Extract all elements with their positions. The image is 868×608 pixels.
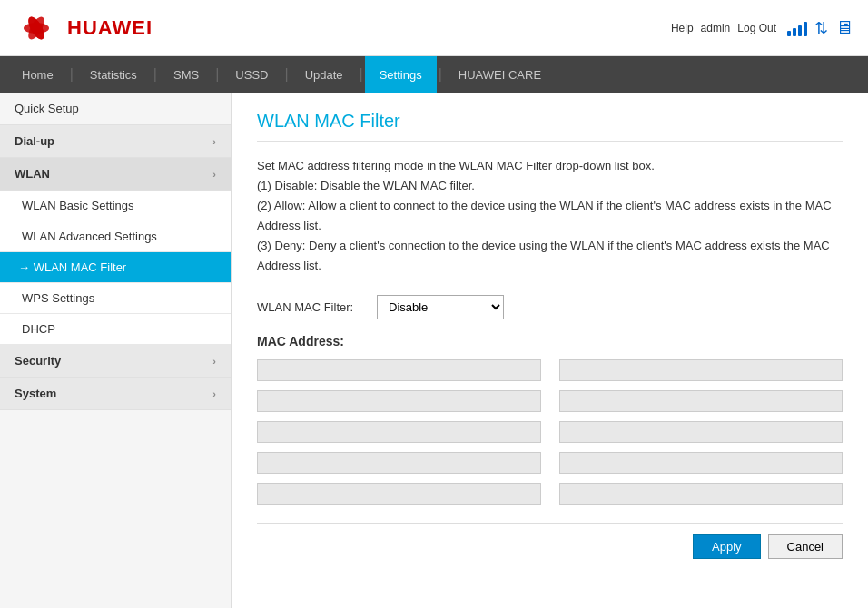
chevron-right-icon: › [212, 136, 216, 147]
sidebar-item-dialup[interactable]: Dial-up › [0, 125, 231, 158]
sidebar-item-wlan-mac[interactable]: WLAN MAC Filter [0, 252, 231, 283]
sidebar-item-security[interactable]: Security › [0, 345, 231, 378]
nav-home[interactable]: Home [7, 56, 68, 93]
desc-line-3: (2) Allow: Allow a client to connect to … [257, 196, 843, 236]
filter-row: WLAN MAC Filter: Disable Allow Deny [257, 295, 843, 319]
admin-label: admin [701, 22, 731, 34]
mac-input-2[interactable] [559, 359, 843, 381]
mac-inputs-grid [257, 359, 843, 505]
nav-huawei-care[interactable]: HUAWEI CARE [444, 56, 556, 93]
sidebar-label-wps: WPS Settings [22, 291, 94, 305]
top-links: Help admin Log Out [671, 22, 776, 34]
sidebar-item-quick-setup[interactable]: Quick Setup [0, 93, 231, 125]
sidebar-item-system[interactable]: System › [0, 378, 231, 410]
logo-area: HUAWEI [15, 12, 153, 44]
chevron-down-icon: › [212, 169, 216, 180]
nav-statistics[interactable]: Statistics [75, 56, 152, 93]
top-right-area: Help admin Log Out ⇅ 🖥 [671, 17, 853, 38]
sidebar-label-dhcp: DHCP [22, 322, 55, 336]
page-title: WLAN MAC Filter [257, 111, 843, 142]
sidebar-label-quick-setup: Quick Setup [15, 102, 79, 115]
transfer-icon: ⇅ [814, 18, 828, 38]
logo-text: HUAWEI [67, 16, 153, 40]
sidebar-item-dhcp[interactable]: DHCP [0, 314, 231, 345]
nav-sms[interactable]: SMS [159, 56, 213, 93]
mac-input-3[interactable] [257, 390, 541, 412]
content-area: Quick Setup Dial-up › WLAN › WLAN Basic … [0, 93, 868, 608]
main-panel: WLAN MAC Filter Set MAC address filterin… [232, 93, 868, 608]
sidebar-item-wlan-basic[interactable]: WLAN Basic Settings [0, 191, 231, 221]
mac-input-1[interactable] [257, 359, 541, 381]
sidebar-label-dialup: Dial-up [15, 134, 54, 148]
apply-button[interactable]: Apply [693, 534, 761, 559]
status-icons: ⇅ 🖥 [787, 17, 853, 38]
chevron-right-security-icon: › [212, 356, 216, 367]
sidebar-label-system: System [15, 387, 56, 400]
logout-link[interactable]: Log Out [737, 22, 776, 34]
signal-bar-2 [793, 28, 796, 36]
wlan-mac-filter-select[interactable]: Disable Allow Deny [377, 295, 504, 319]
nav-update[interactable]: Update [291, 56, 358, 93]
sidebar-label-wlan-basic: WLAN Basic Settings [22, 199, 134, 212]
screen-icon: 🖥 [835, 17, 853, 38]
desc-line-4: (3) Deny: Deny a client's connection to … [257, 236, 843, 276]
sidebar-item-wlan[interactable]: WLAN › [0, 158, 231, 191]
mac-input-8[interactable] [559, 452, 843, 474]
huawei-logo [15, 12, 58, 44]
help-link[interactable]: Help [671, 22, 694, 34]
mac-input-6[interactable] [559, 421, 843, 443]
sidebar-item-wps[interactable]: WPS Settings [0, 283, 231, 314]
cancel-button[interactable]: Cancel [768, 534, 843, 559]
signal-bar-1 [787, 31, 791, 36]
sidebar-label-wlan-mac: WLAN MAC Filter [34, 260, 127, 274]
mac-input-7[interactable] [257, 452, 541, 474]
mac-input-5[interactable] [257, 421, 541, 443]
signal-strength-icon [787, 20, 807, 36]
desc-line-1: Set MAC address filtering mode in the WL… [257, 156, 843, 176]
chevron-right-system-icon: › [212, 388, 216, 399]
sidebar-label-wlan-advanced: WLAN Advanced Settings [22, 230, 157, 243]
mac-input-4[interactable] [559, 390, 843, 412]
mac-address-label: MAC Address: [257, 334, 843, 348]
nav-ussd[interactable]: USSD [221, 56, 282, 93]
mac-input-10[interactable] [559, 483, 843, 505]
signal-bar-4 [804, 22, 807, 36]
sidebar-item-wlan-advanced[interactable]: WLAN Advanced Settings [0, 221, 231, 252]
signal-bar-3 [798, 25, 802, 36]
sidebar-label-wlan: WLAN [15, 167, 50, 181]
filter-label: WLAN MAC Filter: [257, 300, 366, 314]
top-bar: HUAWEI Help admin Log Out ⇅ 🖥 [0, 0, 868, 56]
bottom-bar: Apply Cancel [257, 523, 843, 559]
mac-input-9[interactable] [257, 483, 541, 505]
sidebar: Quick Setup Dial-up › WLAN › WLAN Basic … [0, 93, 232, 608]
main-nav: Home | Statistics | SMS | USSD | Update … [0, 56, 868, 93]
nav-settings[interactable]: Settings [365, 56, 437, 93]
sidebar-label-security: Security [15, 354, 61, 368]
description: Set MAC address filtering mode in the WL… [257, 156, 843, 277]
desc-line-2: (1) Disable: Disable the WLAN MAC filter… [257, 176, 843, 196]
